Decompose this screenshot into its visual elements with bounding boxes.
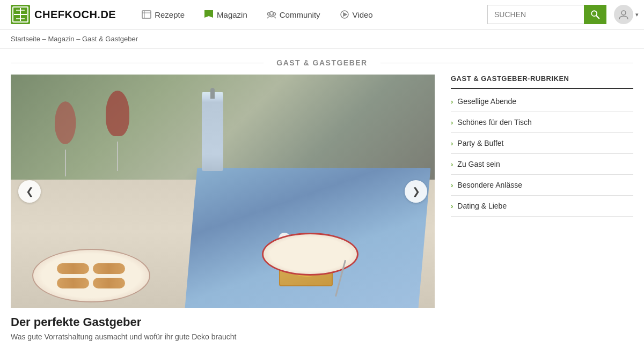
left-column: ❮ ❯ Der perfekte Gastgeber Was gute Vorr… <box>11 75 435 341</box>
article-title: Der perfekte Gastgeber <box>11 315 435 329</box>
chevron-icon: › <box>451 181 453 189</box>
sidebar-label: Zu Gast sein <box>457 160 500 168</box>
svg-line-16 <box>596 16 599 18</box>
search-button[interactable] <box>584 5 606 24</box>
chevron-icon: › <box>451 202 453 210</box>
recipes-icon <box>142 10 151 19</box>
svg-point-12 <box>273 13 275 16</box>
svg-rect-6 <box>142 11 151 18</box>
wine-bottle <box>202 85 223 171</box>
logo-text: CHEFKOCH.DE <box>34 9 116 21</box>
slideshow-image <box>11 75 435 308</box>
sidebar-label: Party & Buffet <box>457 139 503 147</box>
nav-label-rezepte: Rezepte <box>155 10 185 19</box>
article-subtitle: Was gute Vorratshaltung ausmacht und wof… <box>11 332 435 341</box>
list-item: › Party & Buffet <box>451 133 633 154</box>
main-content: ❮ ❯ Der perfekte Gastgeber Was gute Vorr… <box>0 75 644 352</box>
list-item: › Dating & Liebe <box>451 196 633 217</box>
sidebar-label: Besondere Anlässe <box>457 181 522 189</box>
chevron-icon: › <box>451 139 453 147</box>
breadcrumb-sep-1: – <box>42 35 48 43</box>
crepe-item <box>57 263 89 274</box>
breadcrumb-home[interactable]: Startseite <box>11 35 40 43</box>
svg-marker-14 <box>343 13 347 16</box>
list-item: › Schönes für den Tisch <box>451 112 633 133</box>
logo-icon <box>11 5 30 24</box>
breadcrumb-magazin[interactable]: Magazin <box>48 35 74 43</box>
sidebar-label: Dating & Liebe <box>457 202 507 210</box>
chevron-icon: › <box>451 98 453 106</box>
sidebar-label: Schönes für den Tisch <box>457 118 532 127</box>
sidebar-list: › Gesellige Abende › Schönes für den Tis… <box>451 91 633 217</box>
wine-glass-2 <box>104 91 131 171</box>
breadcrumb: Startseite – Magazin – Gast & Gastgeber <box>0 29 644 49</box>
sidebar-label: Gesellige Abende <box>457 97 516 106</box>
search-area <box>487 5 633 24</box>
svg-marker-9 <box>204 10 213 18</box>
nav-item-rezepte[interactable]: Rezepte <box>132 0 194 29</box>
logo[interactable]: CHEFKOCH.DE <box>11 5 116 24</box>
sidebar-link-besondere[interactable]: › Besondere Anlässe <box>451 175 633 195</box>
plate-crepes <box>32 249 150 302</box>
sidebar-link-party[interactable]: › Party & Buffet <box>451 133 633 153</box>
wine-glass-1 <box>53 101 77 176</box>
search-icon <box>590 10 600 19</box>
magazine-icon <box>204 10 214 19</box>
breadcrumb-sep-2: – <box>76 35 82 43</box>
title-line-left <box>11 63 264 63</box>
sidebar-link-zugast[interactable]: › Zu Gast sein <box>451 154 633 174</box>
video-icon <box>340 10 349 19</box>
nav-label-magazin: Magazin <box>217 10 247 19</box>
slideshow-prev-button[interactable]: ❮ <box>18 180 41 203</box>
breadcrumb-current: Gast & Gastgeber <box>82 35 138 43</box>
sidebar-title: GAST & GASTGEBER-RUBRIKEN <box>451 75 633 89</box>
svg-point-17 <box>621 11 626 15</box>
slideshow: ❮ ❯ <box>11 75 435 308</box>
chevron-icon: › <box>451 160 453 168</box>
crepe-item <box>57 278 89 288</box>
list-item: › Besondere Anlässe <box>451 175 633 196</box>
sidebar-link-gesellige[interactable]: › Gesellige Abende <box>451 91 633 112</box>
svg-point-11 <box>267 13 270 16</box>
title-line-right <box>380 63 633 63</box>
slideshow-next-button[interactable]: ❯ <box>405 180 427 203</box>
nav-label-video: Video <box>353 10 373 19</box>
community-icon <box>267 10 276 19</box>
user-menu-button[interactable] <box>614 5 633 24</box>
page-title-section: GAST & GASTGEBER <box>0 49 644 75</box>
crepe-item <box>93 278 125 288</box>
main-nav: Rezepte Magazin Community <box>132 0 487 29</box>
nav-item-video[interactable]: Video <box>330 0 383 29</box>
nav-item-magazin[interactable]: Magazin <box>194 0 257 29</box>
search-input[interactable] <box>487 5 584 24</box>
header: CHEFKOCH.DE Rezepte Magazin <box>0 0 644 29</box>
page-title: GAST & GASTGEBER <box>264 58 380 67</box>
plate-rolls <box>262 233 358 276</box>
chevron-icon: › <box>451 118 453 127</box>
right-sidebar: GAST & GASTGEBER-RUBRIKEN › Gesellige Ab… <box>451 75 633 217</box>
nav-label-community: Community <box>280 10 320 19</box>
list-item: › Zu Gast sein <box>451 154 633 175</box>
crepe-item <box>93 263 125 274</box>
list-item: › Gesellige Abende <box>451 91 633 112</box>
nav-item-community[interactable]: Community <box>257 0 330 29</box>
sidebar-link-schones[interactable]: › Schönes für den Tisch <box>451 112 633 132</box>
user-icon <box>618 9 630 20</box>
sidebar-link-dating[interactable]: › Dating & Liebe <box>451 196 633 216</box>
